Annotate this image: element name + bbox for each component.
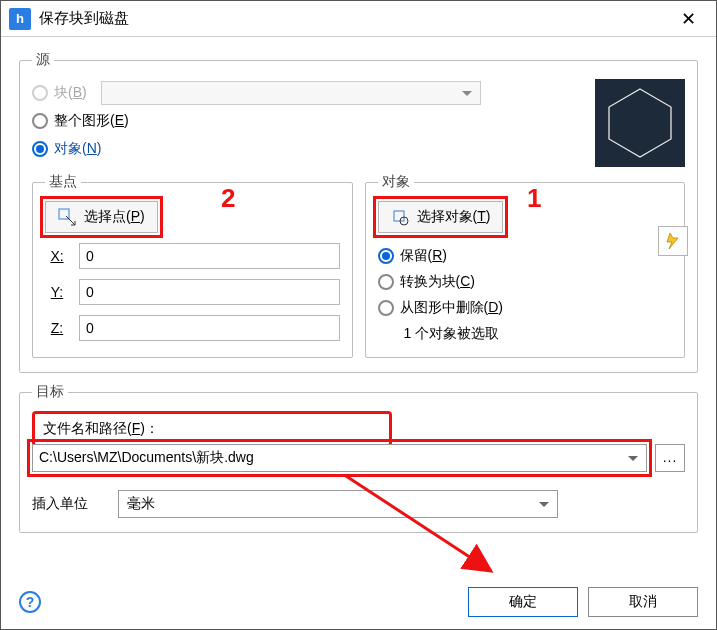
radio-entire-drawing[interactable]: 整个图形(E) xyxy=(32,107,585,135)
objects-status: 1 个对象被选取 xyxy=(404,325,673,343)
group-source: 源 块(B) 整个图形(E) 对象(N) xyxy=(19,51,698,373)
x-label: X: xyxy=(45,248,69,264)
group-basepoint-legend: 基点 xyxy=(45,173,81,191)
svg-rect-2 xyxy=(394,211,404,221)
dialog-window: h 保存块到磁盘 ✕ 源 块(B) 整个图形(E) xyxy=(0,0,717,630)
group-destination-legend: 目标 xyxy=(32,383,68,401)
radio-entire-label: 整个图形(E) xyxy=(54,112,129,130)
group-objects-legend: 对象 xyxy=(378,173,414,191)
units-label: 插入单位 xyxy=(32,495,88,513)
svg-marker-0 xyxy=(609,89,671,157)
radio-retain-indicator xyxy=(378,248,394,264)
radio-retain-label: 保留(R) xyxy=(400,247,447,265)
radio-objects-indicator xyxy=(32,141,48,157)
block-combo xyxy=(101,81,481,105)
group-objects: 对象 选择对象(T) 保留(R) xyxy=(365,173,686,358)
radio-retain[interactable]: 保留(R) xyxy=(378,243,673,269)
radio-block-indicator xyxy=(32,85,48,101)
radio-delete-label: 从图形中删除(D) xyxy=(400,299,503,317)
select-objects-label: 选择对象(T) xyxy=(417,208,491,226)
browse-button[interactable]: ... xyxy=(655,444,685,472)
ok-button[interactable]: 确定 xyxy=(468,587,578,617)
pick-point-icon xyxy=(58,208,76,226)
z-input[interactable] xyxy=(79,315,340,341)
close-button[interactable]: ✕ xyxy=(668,8,708,30)
radio-objects-label: 对象(N) xyxy=(54,140,101,158)
cancel-button[interactable]: 取消 xyxy=(588,587,698,617)
radio-delete[interactable]: 从图形中删除(D) xyxy=(378,295,673,321)
group-source-legend: 源 xyxy=(32,51,54,69)
select-objects-icon xyxy=(391,208,409,226)
titlebar: h 保存块到磁盘 ✕ xyxy=(1,1,716,37)
path-label: 文件名和路径(F)： xyxy=(43,420,381,438)
pick-point-label: 选择点(P) xyxy=(84,208,145,226)
radio-convert-label: 转换为块(C) xyxy=(400,273,475,291)
x-input[interactable] xyxy=(79,243,340,269)
radio-objects[interactable]: 对象(N) xyxy=(32,135,585,163)
z-label: Z: xyxy=(45,320,69,336)
y-input[interactable] xyxy=(79,279,340,305)
help-button[interactable]: ? xyxy=(19,591,41,613)
annotation-2: 2 xyxy=(221,183,235,214)
units-combo[interactable]: 毫米 xyxy=(118,490,558,518)
pick-point-button[interactable]: 选择点(P) xyxy=(45,201,158,233)
radio-delete-indicator xyxy=(378,300,394,316)
lightning-icon xyxy=(664,232,682,250)
quick-select-button[interactable] xyxy=(658,226,688,256)
y-label: Y: xyxy=(45,284,69,300)
app-icon: h xyxy=(9,8,31,30)
group-destination: 目标 文件名和路径(F)： C:\Users\MZ\Documents\新块.d… xyxy=(19,383,698,533)
dialog-footer: ? 确定 取消 xyxy=(19,587,698,617)
preview-thumbnail xyxy=(595,79,685,167)
group-basepoint: 基点 选择点(P) X: Y: xyxy=(32,173,353,358)
radio-block-label: 块(B) xyxy=(54,84,87,102)
radio-convert[interactable]: 转换为块(C) xyxy=(378,269,673,295)
units-value: 毫米 xyxy=(127,495,155,513)
annotation-1: 1 xyxy=(527,183,541,214)
hexagon-icon xyxy=(595,79,685,167)
path-combo[interactable]: C:\Users\MZ\Documents\新块.dwg xyxy=(32,444,647,472)
select-objects-button[interactable]: 选择对象(T) xyxy=(378,201,504,233)
path-value: C:\Users\MZ\Documents\新块.dwg xyxy=(39,449,254,467)
radio-entire-indicator xyxy=(32,113,48,129)
radio-block: 块(B) xyxy=(32,79,585,107)
window-title: 保存块到磁盘 xyxy=(39,9,668,28)
radio-convert-indicator xyxy=(378,274,394,290)
